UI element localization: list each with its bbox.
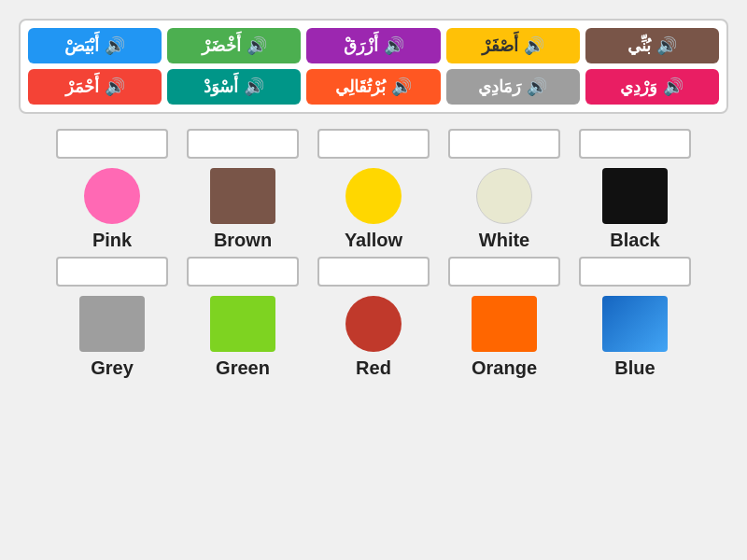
color-label-pink: Pink — [92, 230, 132, 251]
color-label-black: Black — [610, 230, 659, 251]
speaker-icon: 🔊 — [105, 77, 125, 97]
speaker-icon: 🔊 — [105, 35, 125, 56]
brown-square — [210, 168, 275, 224]
color-card-pink: Pink — [51, 129, 173, 251]
color-card-white: White — [444, 129, 565, 251]
color-card-blue: Blue — [574, 257, 696, 379]
color-label-brown: Brown — [214, 230, 272, 251]
answer-input-red[interactable] — [317, 257, 430, 287]
color-label-white: White — [479, 230, 529, 251]
blue-square — [602, 296, 668, 352]
red-circle — [345, 296, 402, 352]
grey-square — [79, 296, 145, 352]
answer-input-orange[interactable] — [448, 257, 560, 287]
color-card-red: Red — [313, 257, 434, 379]
speaker-icon: 🔊 — [244, 77, 264, 97]
word-btn-orange[interactable]: 🔊بُرْتُقَالِي — [306, 69, 440, 105]
color-row-1: Pink Brown Yallow White Black — [19, 129, 728, 251]
color-label-yellow: Yallow — [345, 230, 402, 251]
speaker-icon: 🔊 — [527, 77, 547, 97]
white-circle — [476, 168, 532, 224]
color-card-yellow: Yallow — [313, 129, 434, 251]
word-btn-blue[interactable]: 🔊أَزْرَقْ — [306, 28, 440, 63]
color-label-green: Green — [216, 357, 270, 379]
word-btn-brown[interactable]: 🔊بُنِّي — [585, 28, 719, 63]
color-label-blue: Blue — [614, 357, 655, 379]
answer-input-pink[interactable] — [56, 129, 168, 159]
color-label-grey: Grey — [91, 357, 134, 379]
orange-square — [472, 296, 537, 352]
word-btn-yellow[interactable]: 🔊أَصْفَرْ — [446, 28, 580, 63]
color-row-2: Grey Green Red Orange Blue — [19, 257, 728, 379]
word-btn-red[interactable]: 🔊أَحْمَرْ — [28, 69, 162, 105]
color-label-orange: Orange — [472, 357, 537, 379]
word-btn-white[interactable]: 🔊أَبْيَضْ — [28, 28, 162, 63]
word-bank: 🔊أَبْيَضْ 🔊أَخْضَرْ 🔊أَزْرَقْ 🔊أَصْفَرْ … — [19, 19, 728, 114]
color-card-orange: Orange — [444, 257, 565, 379]
green-square — [210, 296, 275, 352]
word-btn-grey[interactable]: 🔊رَمَادِي — [446, 69, 580, 105]
word-btn-pink[interactable]: 🔊وَرْدِي — [585, 69, 719, 105]
speaker-icon: 🔊 — [524, 35, 544, 56]
color-card-grey: Grey — [51, 257, 173, 379]
speaker-icon: 🔊 — [656, 35, 677, 56]
word-btn-green[interactable]: 🔊أَخْضَرْ — [167, 28, 301, 63]
speaker-icon: 🔊 — [384, 35, 404, 56]
answer-input-yellow[interactable] — [317, 129, 430, 159]
speaker-icon: 🔊 — [663, 77, 684, 97]
color-card-black: Black — [574, 129, 696, 251]
color-section: Pink Brown Yallow White Black Grey — [19, 129, 728, 379]
answer-input-grey[interactable] — [56, 257, 168, 287]
color-card-green: Green — [182, 257, 303, 379]
color-label-red: Red — [356, 357, 391, 379]
speaker-icon: 🔊 — [391, 77, 412, 97]
speaker-icon: 🔊 — [247, 35, 267, 56]
word-btn-black[interactable]: 🔊أَسْوَدْ — [167, 69, 301, 105]
answer-input-white[interactable] — [448, 129, 560, 159]
answer-input-brown[interactable] — [187, 129, 299, 159]
answer-input-black[interactable] — [579, 129, 691, 159]
yellow-circle — [345, 168, 402, 224]
black-square — [602, 168, 668, 224]
color-card-brown: Brown — [182, 129, 303, 251]
answer-input-green[interactable] — [187, 257, 299, 287]
pink-circle — [84, 168, 140, 224]
answer-input-blue[interactable] — [579, 257, 691, 287]
